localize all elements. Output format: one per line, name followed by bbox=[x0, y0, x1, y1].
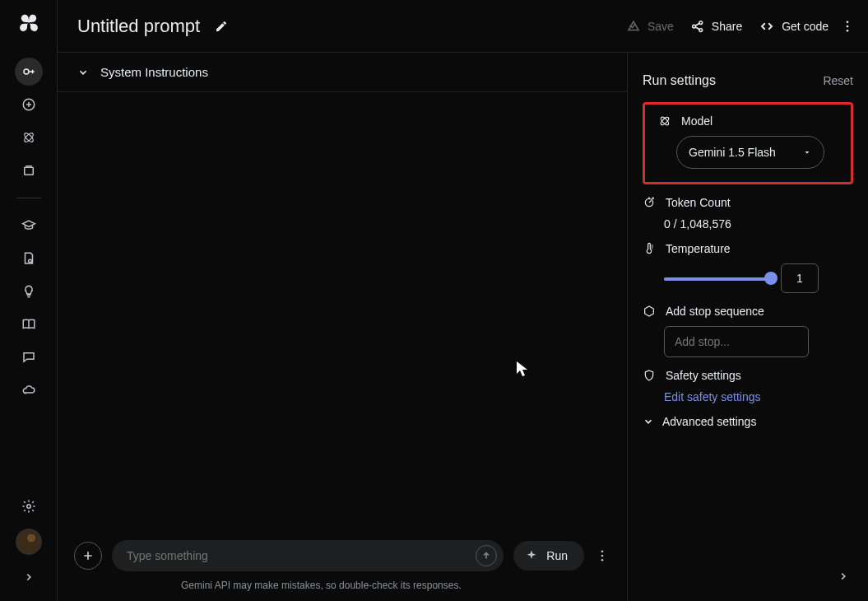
share-label: Share bbox=[712, 20, 742, 33]
safety-label: Safety settings bbox=[666, 369, 741, 382]
save-label: Save bbox=[648, 20, 674, 33]
token-label: Token Count bbox=[666, 196, 731, 209]
sidebar-item-book[interactable] bbox=[15, 310, 43, 338]
sidebar-collapse[interactable] bbox=[15, 563, 43, 591]
model-select[interactable]: Gemini 1.5 Flash bbox=[676, 136, 824, 169]
svg-point-15 bbox=[601, 559, 604, 561]
system-instructions-toggle[interactable]: System Instructions bbox=[58, 53, 627, 92]
sidebar-item-settings[interactable] bbox=[15, 492, 43, 520]
stop-label: Add stop sequence bbox=[666, 305, 764, 318]
sidebar-item-education[interactable] bbox=[15, 212, 43, 240]
more-menu-button[interactable] bbox=[837, 14, 858, 39]
save-button[interactable]: Save bbox=[618, 14, 682, 39]
app-logo bbox=[16, 10, 41, 35]
advanced-settings-toggle[interactable]: Advanced settings bbox=[643, 415, 853, 428]
stop-sequence-input[interactable] bbox=[664, 326, 809, 357]
sidebar-item-cloud[interactable] bbox=[15, 376, 43, 404]
sparkle-icon bbox=[525, 549, 538, 562]
get-code-button[interactable]: Get code bbox=[750, 14, 837, 39]
temperature-input[interactable]: 1 bbox=[781, 263, 819, 293]
reset-button[interactable]: Reset bbox=[823, 74, 853, 87]
model-value: Gemini 1.5 Flash bbox=[689, 146, 776, 159]
prompt-input[interactable] bbox=[112, 540, 504, 571]
prompt-canvas[interactable] bbox=[58, 92, 627, 529]
edit-safety-link[interactable]: Edit safety settings bbox=[664, 390, 853, 403]
svg-point-11 bbox=[847, 25, 849, 27]
add-attachment-button[interactable] bbox=[74, 542, 102, 570]
model-label: Model bbox=[681, 114, 713, 128]
footer-note: Gemini API may make mistakes, so double-… bbox=[58, 576, 627, 601]
temperature-slider[interactable] bbox=[664, 272, 771, 285]
svg-point-14 bbox=[601, 555, 604, 557]
run-label: Run bbox=[546, 549, 568, 562]
svg-point-0 bbox=[24, 69, 29, 74]
mouse-cursor-icon bbox=[517, 361, 528, 376]
sidebar-divider bbox=[16, 198, 41, 198]
svg-point-19 bbox=[652, 198, 653, 198]
svg-point-5 bbox=[28, 259, 31, 263]
token-icon bbox=[643, 196, 656, 209]
sidebar-item-stack[interactable] bbox=[15, 156, 43, 184]
save-icon bbox=[626, 19, 641, 34]
chevron-down-icon bbox=[643, 416, 654, 427]
svg-point-12 bbox=[847, 29, 849, 31]
page-title: Untitled prompt bbox=[77, 16, 200, 37]
sidebar-item-chat[interactable] bbox=[15, 343, 43, 371]
send-up-button[interactable] bbox=[476, 545, 497, 566]
top-bar: Untitled prompt Save Share Get code bbox=[58, 0, 868, 53]
edit-title-button[interactable] bbox=[210, 15, 233, 38]
get-code-label: Get code bbox=[782, 20, 829, 33]
run-settings-title: Run settings bbox=[643, 73, 716, 88]
sidebar-item-new[interactable] bbox=[15, 91, 43, 119]
advanced-label: Advanced settings bbox=[662, 415, 756, 428]
sidebar-item-idea[interactable] bbox=[15, 277, 43, 305]
run-more-button[interactable] bbox=[594, 548, 610, 563]
hexagon-icon bbox=[643, 305, 656, 318]
code-icon bbox=[759, 19, 775, 34]
temperature-label: Temperature bbox=[666, 242, 731, 255]
token-value: 0 / 1,048,576 bbox=[664, 217, 853, 231]
left-sidebar bbox=[0, 0, 58, 601]
system-instructions-label: System Instructions bbox=[100, 65, 208, 79]
atom-icon bbox=[658, 114, 671, 128]
model-section-highlight: Model Gemini 1.5 Flash bbox=[643, 102, 853, 184]
avatar[interactable] bbox=[16, 529, 42, 555]
run-settings-panel: Run settings Reset Model Gemini 1.5 Flas… bbox=[628, 53, 868, 601]
chevron-down-icon bbox=[77, 67, 89, 78]
svg-point-13 bbox=[601, 550, 604, 552]
run-button[interactable]: Run bbox=[513, 541, 584, 571]
svg-point-6 bbox=[26, 505, 30, 509]
settings-expand-button[interactable] bbox=[832, 565, 855, 588]
svg-point-10 bbox=[847, 21, 849, 23]
shield-icon bbox=[643, 369, 656, 382]
share-button[interactable]: Share bbox=[682, 14, 750, 39]
sidebar-item-doc-search[interactable] bbox=[15, 245, 43, 273]
share-icon bbox=[690, 19, 705, 34]
svg-rect-4 bbox=[24, 167, 33, 175]
thermometer-icon bbox=[643, 242, 656, 255]
sidebar-item-key[interactable] bbox=[15, 58, 43, 86]
sidebar-item-atom[interactable] bbox=[15, 123, 43, 151]
caret-down-icon bbox=[802, 147, 812, 157]
